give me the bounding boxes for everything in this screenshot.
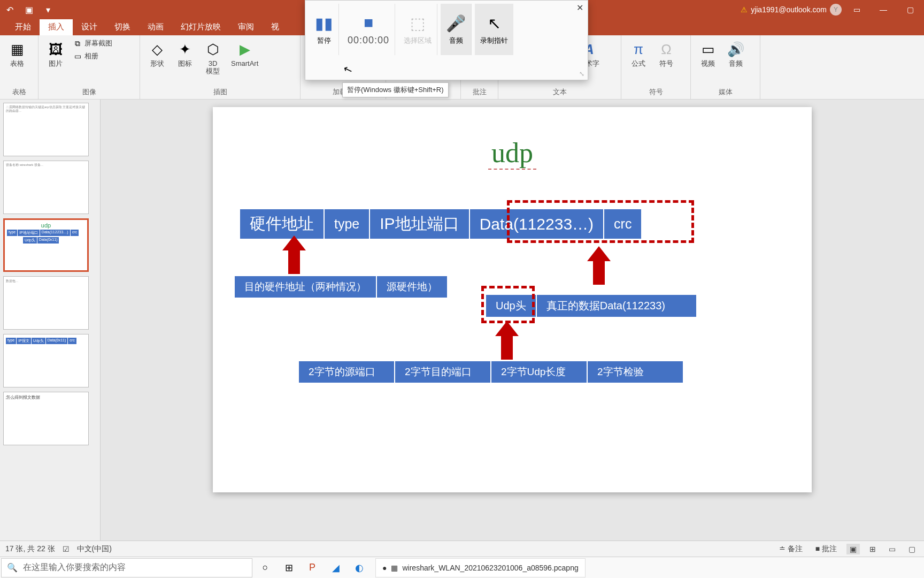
user-email[interactable]: yjia1991@outlook.com [751,5,827,14]
arrow-up-icon[interactable] [282,235,306,274]
packet-row-2[interactable]: 目的硬件地址（两种情况） 源硬件地） [234,276,448,298]
notes-button[interactable]: ≐ 备注 [776,543,806,555]
cortana-icon[interactable]: ○ [255,558,276,577]
slideshow-view-icon[interactable]: ▢ [905,544,919,554]
record-pointer-button[interactable]: ↖ 录制指针 [475,4,513,55]
app-small-icon: ▦ [391,564,398,572]
recording-timer: 00:00:00 [348,35,389,46]
avatar[interactable]: Y [830,4,842,16]
packet-cell[interactable]: type [324,209,369,239]
packet-cell[interactable]: IP地址端口 [369,209,469,239]
smartart-button[interactable]: ▶SmartArt [228,37,261,70]
taskbar-item-label: wireshark_WLAN_20210623201006_a08596.pca… [402,564,578,572]
thumbnail-slide[interactable]: 设备名称 wireshark 设备... [3,161,89,214]
cube-icon: ⬡ [203,40,222,59]
packet-row-4[interactable]: 2字节的源端口 2字节目的端口 2字节Udp长度 2字节检验 [298,361,683,383]
packet-cell[interactable]: 2字节Udp长度 [491,361,587,383]
packet-cell[interactable]: 2字节目的端口 [395,361,491,383]
highlight-box[interactable] [481,286,535,323]
pause-tooltip: 暂停(Windows 徽标键+Shift+R) [342,82,449,97]
slide-thumbnails[interactable]: 二层网络数据传输的关键是arp信息获取 主要是对接关键的路由器... 设备名称 … [0,100,101,541]
minimize-icon[interactable]: — [872,0,895,19]
arrow-up-icon[interactable] [587,246,611,285]
group-label-table: 表格 [4,87,34,98]
powerpoint-taskbar-icon[interactable]: P [302,558,323,577]
thumbnail-slide[interactable]: 二层网络数据传输的关键是arp信息获取 主要是对接关键的路由器... [3,103,89,156]
icons-icon: ✦ [175,40,195,59]
symbol-button[interactable]: Ω符号 [653,37,679,70]
table-button[interactable]: ▦表格 [4,37,30,70]
reading-view-icon[interactable]: ▭ [886,544,899,554]
video-button[interactable]: ▭视频 [695,37,721,70]
slide-canvas[interactable]: udp 硬件地址 type IP地址端口 Data(112233…) crc 目… [213,107,812,492]
search-icon: 🔍 [7,562,18,573]
windows-search-input[interactable]: 🔍 在这里输入你要搜索的内容 [1,558,252,577]
microphone-icon: 🎤 [446,14,466,33]
tab-design[interactable]: 设计 [73,19,106,35]
arrow-up-icon[interactable] [495,321,519,360]
thumbnail-slide[interactable]: typeIP报文Udp头Data(0x11)crc [3,334,89,387]
slideshow-icon[interactable]: ▣ [21,2,36,17]
tab-view[interactable]: 视 [263,19,288,35]
close-icon[interactable]: ✕ [576,3,583,13]
screenshot-button[interactable]: ⧉屏幕截图 [71,37,114,49]
maximize-icon[interactable]: ▢ [898,0,922,19]
highlight-box[interactable] [507,200,694,243]
sorter-view-icon[interactable]: ⊞ [866,544,879,554]
taskview-icon[interactable]: ⊞ [278,558,299,577]
packet-cell[interactable]: 硬件地址 [240,209,324,239]
3dmodel-button[interactable]: ⬡3D 模型 [200,37,226,78]
select-area-button: ⬚ 选择区域 [398,4,437,55]
shapes-button[interactable]: ◇形状 [144,37,170,70]
group-label-comments: 批注 [465,87,494,98]
thumbnail-slide-selected[interactable]: udp typeIP地址端口Data(112233…)crc Udp头Data(… [3,218,89,272]
tab-animation[interactable]: 动画 [139,19,172,35]
stop-icon: ■ [364,13,373,32]
dropdown-icon[interactable]: ▾ [41,2,56,17]
language-indicator[interactable]: 中文(中国) [77,544,112,554]
pause-button[interactable]: ▮▮ 暂停 [310,4,339,55]
undo-icon[interactable]: ↶ [2,2,17,17]
packet-cell[interactable]: 目的硬件地址（两种情况） [234,276,376,298]
tab-home[interactable]: 开始 [6,19,40,35]
slide-title[interactable]: udp [488,137,536,170]
comments-button[interactable]: ■ 批注 [812,543,840,555]
omega-icon: Ω [657,40,676,59]
thumbnail-slide[interactable]: 怎么得到报文数据 [3,392,89,445]
tab-transition[interactable]: 切换 [106,19,139,35]
pause-icon: ▮▮ [315,14,333,33]
spellcheck-icon[interactable]: ☑ [63,545,70,553]
tab-insert[interactable]: 插入 [40,19,73,35]
tab-slideshow[interactable]: 幻灯片放映 [172,19,229,35]
normal-view-icon[interactable]: ▣ [846,544,860,554]
stop-button[interactable]: ■ 00:00:00 [342,4,395,55]
wireshark-taskbar-icon[interactable]: ◢ [325,558,346,577]
shapes-icon: ◇ [148,40,167,59]
packet-cell[interactable]: 源硬件地） [376,276,448,298]
album-button[interactable]: ▭相册 [71,50,114,62]
album-icon: ▭ [73,51,82,61]
audio-toggle-button[interactable]: 🎤 音频 [441,4,472,55]
group-label-media: 媒体 [695,87,756,98]
tab-review[interactable]: 审阅 [229,19,263,35]
slide-editor[interactable]: udp 硬件地址 type IP地址端口 Data(112233…) crc 目… [101,100,924,541]
ribbon-display-icon[interactable]: ▭ [845,0,868,19]
group-label-illustration: 插图 [144,87,296,98]
status-bar: 17 张, 共 22 张 ☑ 中文(中国) ≐ 备注 ■ 批注 ▣ ⊞ ▭ ▢ [0,541,924,557]
table-icon: ▦ [7,40,27,59]
bullet-icon: ● [382,564,387,572]
packet-cell[interactable]: 2字节检验 [587,361,683,383]
app-taskbar-icon[interactable]: ◐ [349,558,370,577]
icons-button[interactable]: ✦图标 [172,37,198,70]
smartart-icon: ▶ [235,40,255,59]
thumbnail-slide[interactable]: 数据包... [3,276,89,330]
packet-cell[interactable]: 真正的数据Data(112233) [536,294,697,317]
taskbar-window-item[interactable]: ● ▦ wireshark_WLAN_20210623201006_a08596… [375,558,586,577]
equation-button[interactable]: π公式 [626,37,651,70]
packet-cell[interactable]: 2字节的源端口 [298,361,395,383]
windows-taskbar: 🔍 在这里输入你要搜索的内容 ○ ⊞ P ◢ ◐ ● ▦ wireshark_W… [0,557,924,578]
drag-handle-icon[interactable]: ⤡ [579,70,584,78]
audio-button[interactable]: 🔊音频 [723,37,749,70]
picture-button[interactable]: 🖼图片 [43,37,68,70]
slide-counter: 17 张, 共 22 张 [5,544,55,554]
